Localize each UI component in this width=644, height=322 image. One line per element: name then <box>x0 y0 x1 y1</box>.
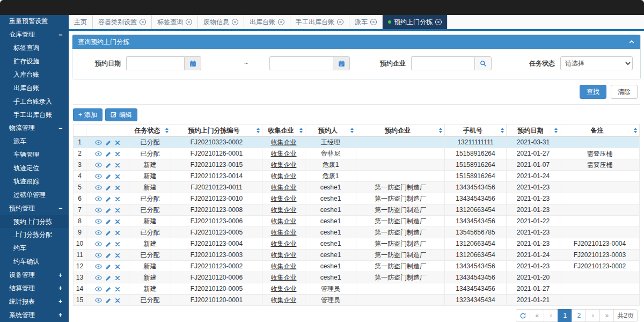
table-row[interactable]: 15已分配FJ20210120-0001收集企业管理员1323434543420… <box>74 295 640 306</box>
minus-icon[interactable]: − <box>58 204 62 212</box>
edit-icon[interactable] <box>105 241 112 247</box>
collector-link[interactable]: 收集企业 <box>262 295 305 306</box>
view-icon[interactable] <box>95 229 102 236</box>
table-row[interactable]: 14新建FJ20210120-0005收集企业管理员13434543456202… <box>74 283 640 295</box>
edit-icon[interactable] <box>105 173 112 180</box>
edit-icon[interactable] <box>105 140 112 146</box>
clear-button[interactable]: 清除 <box>611 85 638 99</box>
close-icon[interactable]: × <box>337 19 343 25</box>
minus-icon[interactable]: − <box>58 31 62 39</box>
table-row[interactable]: 4新建FJ20210123-0014收集企业危废1151589162642021… <box>74 171 640 182</box>
edit-icon[interactable] <box>105 196 112 202</box>
status-select[interactable]: 请选择 <box>560 56 633 70</box>
collector-link[interactable]: 收集企业 <box>262 171 305 182</box>
company-input[interactable] <box>411 56 474 70</box>
edit-icon[interactable] <box>105 275 112 281</box>
delete-icon[interactable] <box>115 264 120 269</box>
sidebar-item[interactable]: 派车 <box>0 135 69 149</box>
delete-icon[interactable] <box>115 208 120 213</box>
column-header[interactable]: 预约日期 <box>507 125 560 137</box>
edit-icon[interactable] <box>105 185 112 191</box>
view-icon[interactable] <box>95 150 102 157</box>
tab-item[interactable]: 出库台账× <box>244 15 290 29</box>
view-icon[interactable] <box>95 252 102 259</box>
close-icon[interactable]: × <box>278 19 284 25</box>
table-row[interactable]: 1已分配FJ20210323-0002收集企业王经理13211111111202… <box>74 137 640 148</box>
plus-icon[interactable]: + <box>58 272 62 279</box>
sidebar-item[interactable]: 系统管理+ <box>0 309 69 322</box>
table-row[interactable]: 5新建FJ20210123-0011收集企业ceshe1第一防盗门制造厂1343… <box>74 182 640 193</box>
table-row[interactable]: 3新建FJ20210123-0015收集企业危废1151589162642021… <box>74 159 640 171</box>
sidebar-item[interactable]: 手工出库台账 <box>0 108 69 122</box>
tab-item[interactable]: 手工出库台账× <box>290 15 349 29</box>
delete-icon[interactable] <box>115 253 120 258</box>
column-header[interactable]: 预约人 <box>305 125 356 137</box>
delete-icon[interactable] <box>115 151 120 157</box>
column-header[interactable]: 手机号 <box>445 125 507 137</box>
view-icon[interactable] <box>95 195 102 202</box>
tab-item[interactable]: 容器类别设置× <box>93 15 152 29</box>
tab-item[interactable]: 派车× <box>349 15 383 29</box>
search-button[interactable]: 查找 <box>580 85 606 99</box>
view-icon[interactable] <box>95 274 102 281</box>
sidebar-item[interactable]: 重量预警设置 <box>0 15 69 28</box>
sidebar-item[interactable]: 标签查询 <box>0 42 69 55</box>
chevron-up-icon[interactable] <box>628 39 635 45</box>
sort-icon[interactable] <box>350 128 354 133</box>
sidebar-item[interactable]: 手工台账录入 <box>0 95 69 108</box>
last-page-button[interactable]: » <box>599 309 614 322</box>
sidebar-item[interactable]: 约车 <box>0 242 69 255</box>
table-row[interactable]: 9已分配FJ20210123-0005收集企业ceshe1第一防盗门制造厂135… <box>74 227 640 238</box>
table-row[interactable]: 12新建FJ20210123-0002收集企业ceshe1第一防盗门制造厂134… <box>74 261 640 272</box>
edit-icon[interactable] <box>105 252 112 259</box>
table-row[interactable]: 13新建FJ20210120-0006收集企业ceshe1第一防盗门制造厂134… <box>74 272 640 283</box>
view-icon[interactable] <box>95 240 102 247</box>
sort-icon[interactable] <box>634 128 637 133</box>
close-icon[interactable]: × <box>232 19 238 25</box>
sidebar-item[interactable]: 轨迹跟踪 <box>0 175 69 189</box>
sort-icon[interactable] <box>299 128 303 133</box>
table-row[interactable]: 6已分配FJ20210123-0010收集企业ceshe1第一防盗门制造厂134… <box>74 193 640 204</box>
sidebar-item[interactable]: 预约管理− <box>0 202 69 215</box>
sidebar-item[interactable]: 入库台账 <box>0 69 69 82</box>
view-icon[interactable] <box>95 263 102 270</box>
delete-icon[interactable] <box>115 230 120 236</box>
sidebar-item[interactable]: 出库台账 <box>0 82 69 95</box>
delete-icon[interactable] <box>115 219 120 224</box>
edit-icon[interactable] <box>105 207 112 214</box>
edit-icon[interactable] <box>105 264 112 270</box>
table-row[interactable]: 11已分配FJ20210123-0003收集企业ceshe1第一防盗门制造厂13… <box>74 250 640 261</box>
edit-icon[interactable] <box>105 286 112 292</box>
delete-icon[interactable] <box>115 140 120 145</box>
calendar-icon[interactable] <box>184 56 201 70</box>
view-icon[interactable] <box>95 297 102 304</box>
view-icon[interactable] <box>95 184 102 191</box>
collector-link[interactable]: 收集企业 <box>262 159 305 171</box>
date-from-input[interactable] <box>126 56 184 70</box>
column-header[interactable]: 收集企业 <box>262 125 305 137</box>
plus-icon[interactable]: + <box>58 298 62 305</box>
tab-item[interactable]: 主页 <box>69 15 93 29</box>
sidebar-item[interactable]: 预约上门分拣 <box>0 215 69 229</box>
first-page-button[interactable]: « <box>530 309 544 322</box>
sort-icon[interactable] <box>554 128 558 133</box>
view-icon[interactable] <box>95 218 102 225</box>
edit-icon[interactable] <box>105 218 112 225</box>
edit-icon[interactable] <box>105 230 112 236</box>
query-panel-header[interactable]: 查询预约上门分拣 <box>72 35 640 49</box>
edit-icon[interactable] <box>105 151 112 157</box>
close-icon[interactable]: × <box>435 19 442 25</box>
view-icon[interactable] <box>95 139 102 146</box>
close-icon[interactable]: × <box>186 19 192 25</box>
collector-link[interactable]: 收集企业 <box>262 272 305 283</box>
collector-link[interactable]: 收集企业 <box>262 193 305 204</box>
delete-icon[interactable] <box>115 163 120 168</box>
sidebar-item[interactable]: 轨迹定位 <box>0 162 69 175</box>
collector-link[interactable]: 收集企业 <box>262 261 305 272</box>
minus-icon[interactable]: − <box>58 125 62 132</box>
column-header[interactable]: 预约企业 <box>356 125 445 137</box>
close-icon[interactable]: × <box>140 19 146 25</box>
collector-link[interactable]: 收集企业 <box>262 216 305 227</box>
sidebar-item[interactable]: 约车确认 <box>0 255 69 269</box>
edit-icon[interactable] <box>105 162 112 169</box>
